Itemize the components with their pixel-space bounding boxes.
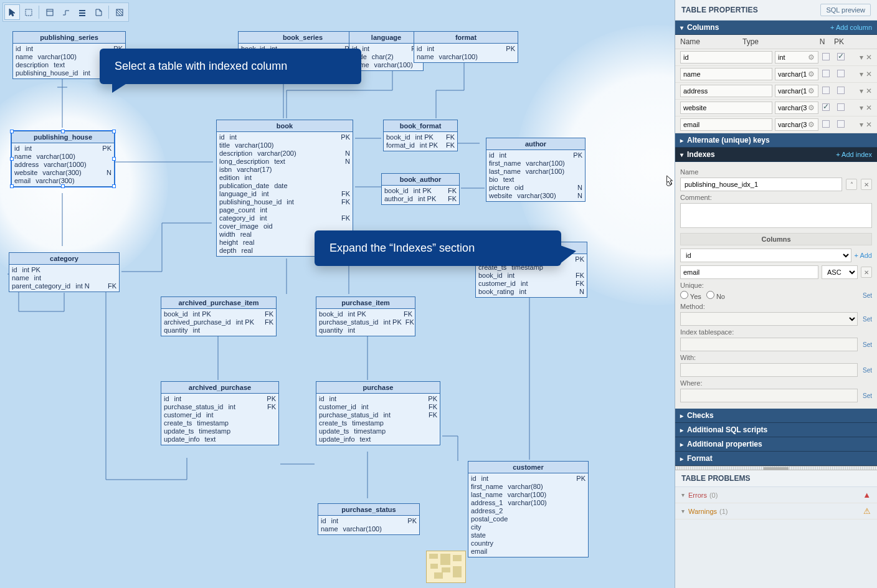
marquee-tool[interactable] xyxy=(21,4,36,20)
section-indexes-header[interactable]: ▾ Indexes + Add index xyxy=(675,148,877,162)
er-table-title: publishing_series xyxy=(13,32,125,44)
nullable-checkbox[interactable] xyxy=(822,103,830,111)
er-table-archived_purchase_item[interactable]: archived_purchase_itembook_idint PKFKarc… xyxy=(161,296,277,336)
tablespace-input[interactable] xyxy=(680,338,858,351)
index-name-input[interactable] xyxy=(680,178,842,191)
index-col2-input[interactable] xyxy=(680,265,818,279)
er-table-book_author[interactable]: book_authorbook_idint PKFKauthor_idint P… xyxy=(381,173,460,205)
section-alt-keys-header[interactable]: ▸ Alternate (unique) keys xyxy=(675,133,877,148)
where-set[interactable]: Set xyxy=(863,392,872,399)
selection-handle[interactable] xyxy=(112,157,116,161)
section-props-header[interactable]: ▸Additional properties xyxy=(675,437,877,452)
sql-preview-button[interactable]: SQL preview xyxy=(820,4,871,16)
with-input[interactable] xyxy=(680,363,858,377)
er-table-category[interactable]: categoryidint PKnameintparent_category_i… xyxy=(9,252,120,292)
er-table-purchase_item[interactable]: purchase_itembook_idint PKFKpurchase_sta… xyxy=(316,296,415,336)
index-col1-select[interactable]: id xyxy=(680,249,851,262)
column-name-input[interactable] xyxy=(680,85,772,97)
er-table-customer[interactable]: customeridintPKfirst_namevarchar(80)last… xyxy=(468,461,589,557)
add-column-link[interactable]: + Add column xyxy=(830,24,872,31)
index-comment-input[interactable] xyxy=(680,203,872,228)
er-column: editionint xyxy=(219,174,350,182)
column-row: ⚙▾✕ xyxy=(675,66,877,83)
erd-canvas[interactable]: publishing_seriesidintPKnamevarchar(100)… xyxy=(0,0,675,588)
pk-checkbox[interactable] xyxy=(837,87,845,94)
column-name-input[interactable] xyxy=(680,51,772,64)
column-name-input[interactable] xyxy=(680,102,772,114)
pointer-tool[interactable] xyxy=(4,4,20,20)
er-column: long_descriptiontextN xyxy=(219,158,350,166)
tablespace-set[interactable]: Set xyxy=(863,341,872,348)
nullable-checkbox[interactable] xyxy=(822,53,830,60)
with-set[interactable]: Set xyxy=(863,367,872,374)
pk-checkbox[interactable] xyxy=(837,70,845,77)
method-set[interactable]: Set xyxy=(863,316,872,323)
column-type-input[interactable] xyxy=(775,51,818,64)
er-table-purchase[interactable]: purchaseidintPKcustomer_idintFKpurchase_… xyxy=(316,381,440,445)
remove-index-button[interactable]: ✕ xyxy=(861,179,872,190)
selection-handle[interactable] xyxy=(112,184,116,188)
method-select[interactable] xyxy=(680,312,858,326)
remove-column-icon[interactable]: ✕ xyxy=(866,70,872,78)
section-format-header[interactable]: ▸Format xyxy=(675,452,877,466)
pk-checkbox[interactable] xyxy=(837,103,845,111)
pk-checkbox[interactable] xyxy=(837,53,845,60)
remove-column-icon[interactable]: ✕ xyxy=(866,103,872,112)
reorder-icon[interactable]: ▾ xyxy=(860,120,863,129)
er-column: book_idint PKFK xyxy=(164,310,273,318)
column-type-input[interactable] xyxy=(775,102,818,114)
selection-handle[interactable] xyxy=(112,130,116,133)
er-table-publishing_house[interactable]: publishing_houseidintPKnamevarchar(100)a… xyxy=(11,131,115,187)
unique-yes[interactable]: Yes xyxy=(680,291,701,300)
minimap[interactable] xyxy=(426,551,466,583)
reorder-icon[interactable]: ▾ xyxy=(860,87,863,95)
er-column: codechar(2) xyxy=(352,53,420,61)
panel-resize-grip[interactable] xyxy=(675,466,877,470)
hatch-tool[interactable] xyxy=(111,4,127,20)
collapse-index-button[interactable]: ˄ xyxy=(846,179,857,190)
where-input[interactable] xyxy=(680,389,858,402)
warnings-row[interactable]: ▾ Warnings (1) ⚠ xyxy=(675,503,877,519)
er-table-archived_purchase[interactable]: archived_purchaseidintPKpurchase_status_… xyxy=(161,381,279,445)
nullable-checkbox[interactable] xyxy=(822,70,830,77)
list-tool[interactable] xyxy=(74,4,90,20)
reorder-icon[interactable]: ▾ xyxy=(860,103,863,112)
er-table-book_format[interactable]: book_formatbook_idint PKFKformat_idint P… xyxy=(383,120,458,151)
reorder-icon[interactable]: ▾ xyxy=(860,70,863,78)
er-table-purchase_status[interactable]: purchase_statusidintPKnamevarchar(100) xyxy=(318,503,420,535)
column-name-input[interactable] xyxy=(680,68,772,80)
remove-column-icon[interactable]: ✕ xyxy=(866,120,872,129)
column-name-input[interactable] xyxy=(680,118,772,131)
connector-tool[interactable] xyxy=(58,4,73,20)
er-column: idintPK xyxy=(352,45,420,53)
add-index-column-link[interactable]: + Add xyxy=(855,252,872,259)
note-tool[interactable] xyxy=(90,4,106,20)
section-checks-header[interactable]: ▸Checks xyxy=(675,409,877,423)
remove-index-col-button[interactable]: ✕ xyxy=(861,267,872,278)
nullable-checkbox[interactable] xyxy=(822,120,830,128)
selection-handle[interactable] xyxy=(61,130,65,133)
pk-checkbox[interactable] xyxy=(837,120,845,128)
section-columns-header[interactable]: ▾ Columns + Add column xyxy=(675,21,877,35)
unique-set[interactable]: Set xyxy=(863,292,872,299)
column-type-input[interactable] xyxy=(775,68,818,80)
er-table-format[interactable]: formatidintPKnamevarchar(100) xyxy=(414,31,518,63)
selection-handle[interactable] xyxy=(10,157,14,161)
unique-no[interactable]: No xyxy=(706,291,725,300)
selection-handle[interactable] xyxy=(61,184,65,188)
add-index-link[interactable]: + Add index xyxy=(836,151,872,158)
selection-handle[interactable] xyxy=(10,130,14,133)
column-type-input[interactable] xyxy=(775,85,818,97)
index-col2-dir[interactable]: ASC xyxy=(822,265,858,279)
column-type-input[interactable] xyxy=(775,118,818,131)
nullable-checkbox[interactable] xyxy=(822,87,830,94)
reorder-icon[interactable]: ▾ xyxy=(860,53,863,62)
remove-column-icon[interactable]: ✕ xyxy=(866,87,872,95)
errors-row[interactable]: ▾ Errors (0) ▲ xyxy=(675,487,877,503)
selection-handle[interactable] xyxy=(10,184,14,188)
table-tool[interactable] xyxy=(42,4,57,20)
section-scripts-header[interactable]: ▸Additional SQL scripts xyxy=(675,423,877,437)
chevron-right-icon: ▸ xyxy=(680,412,683,419)
remove-column-icon[interactable]: ✕ xyxy=(866,53,872,62)
er-table-author[interactable]: authoridintPKfirst_namevarchar(100)last_… xyxy=(486,138,585,202)
